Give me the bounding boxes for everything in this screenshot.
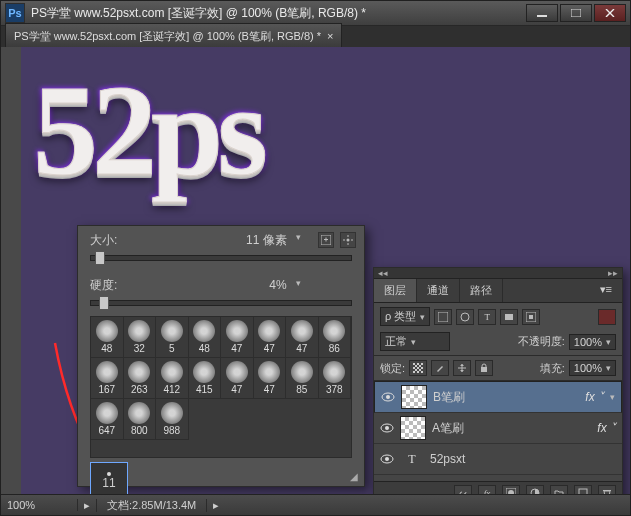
- brush-preset[interactable]: 5: [156, 317, 189, 358]
- layer-list[interactable]: B笔刷fx ˅A笔刷fx ˅T52psxt: [374, 381, 622, 481]
- brush-preset[interactable]: 85: [286, 358, 319, 399]
- brush-new-preset-icon[interactable]: [318, 232, 334, 248]
- blend-mode-select[interactable]: 正常: [380, 332, 450, 351]
- filter-toggle[interactable]: [598, 309, 616, 325]
- svg-rect-4: [326, 238, 327, 242]
- svg-rect-11: [413, 363, 423, 373]
- brush-preset[interactable]: 378: [319, 358, 352, 399]
- svg-rect-25: [603, 490, 611, 491]
- brush-preset[interactable]: 647: [91, 399, 124, 440]
- fill-label: 填充:: [540, 361, 565, 376]
- collapse-right-icon[interactable]: ▸▸: [608, 268, 618, 278]
- layer-thumbnail: [401, 385, 427, 409]
- brush-preset[interactable]: 167: [91, 358, 124, 399]
- brush-preset[interactable]: 47: [221, 358, 254, 399]
- brush-hardness-slider[interactable]: [90, 300, 352, 306]
- svg-rect-8: [505, 314, 513, 320]
- app-window: Ps PS学堂 www.52psxt.com [圣诞字效] @ 100% (B笔…: [0, 0, 631, 516]
- filter-pixel-icon[interactable]: [434, 309, 452, 325]
- brush-size-label: 大小:: [90, 232, 130, 249]
- title-text: PS学堂 www.52psxt.com [圣诞字效] @ 100% (B笔刷, …: [31, 5, 524, 22]
- panel-tabs: 图层 通道 路径 ▾≡: [374, 279, 622, 303]
- document-tab[interactable]: PS学堂 www.52psxt.com [圣诞字效] @ 100% (B笔刷, …: [5, 23, 342, 48]
- layer-row[interactable]: T52psxt: [374, 444, 622, 475]
- svg-rect-0: [537, 15, 547, 17]
- lock-transparent-icon[interactable]: [409, 360, 427, 376]
- filter-adjust-icon[interactable]: [456, 309, 474, 325]
- brush-size-slider[interactable]: [90, 255, 352, 261]
- brush-preset[interactable]: 47: [254, 358, 287, 399]
- opacity-value[interactable]: 100%: [569, 334, 616, 350]
- zoom-value[interactable]: 100%: [1, 499, 78, 511]
- layer-name: 52psxt: [430, 452, 465, 466]
- document-tab-label: PS学堂 www.52psxt.com [圣诞字效] @ 100% (B笔刷, …: [14, 29, 321, 44]
- brush-preset[interactable]: 263: [124, 358, 157, 399]
- zoom-menu-icon[interactable]: ▸: [78, 499, 97, 512]
- left-toolbar: [1, 47, 22, 495]
- visibility-eye-icon[interactable]: [380, 454, 394, 464]
- brush-preset[interactable]: 988: [156, 399, 189, 440]
- visibility-eye-icon[interactable]: [380, 423, 394, 433]
- brush-preset[interactable]: 48: [91, 317, 124, 358]
- layer-name: A笔刷: [432, 420, 464, 437]
- lock-all-icon[interactable]: [475, 360, 493, 376]
- close-tab-icon[interactable]: ×: [327, 30, 333, 42]
- svg-point-7: [461, 313, 469, 321]
- fx-badge[interactable]: fx ˅: [585, 390, 604, 404]
- brush-hardness-label: 硬度:: [90, 277, 130, 294]
- brush-preset[interactable]: 47: [221, 317, 254, 358]
- layers-panel: ◂◂ ▸▸ 图层 通道 路径 ▾≡ ρ 类型 T 正常 不透明度: 100%: [373, 267, 623, 505]
- maximize-button[interactable]: [560, 4, 592, 22]
- status-bar: 100% ▸ 文档:2.85M/13.4M ▸: [1, 494, 630, 515]
- doc-menu-icon[interactable]: ▸: [206, 499, 225, 512]
- layer-name: B笔刷: [433, 389, 465, 406]
- brush-preset[interactable]: 48: [189, 317, 222, 358]
- brush-preset[interactable]: 47: [254, 317, 287, 358]
- filter-shape-icon[interactable]: [500, 309, 518, 325]
- collapse-left-icon[interactable]: ◂◂: [378, 268, 388, 278]
- doc-size: 文档:2.85M/13.4M: [97, 498, 206, 513]
- filter-smart-icon[interactable]: [522, 309, 540, 325]
- lock-label: 锁定:: [380, 361, 405, 376]
- layer-row[interactable]: A笔刷fx ˅: [374, 413, 622, 444]
- brush-preset[interactable]: 412: [156, 358, 189, 399]
- brush-current-size: 11: [102, 476, 115, 490]
- tab-layers[interactable]: 图层: [374, 279, 417, 302]
- svg-point-16: [386, 395, 390, 399]
- layer-row[interactable]: B笔刷fx ˅: [374, 381, 622, 413]
- svg-point-20: [385, 457, 389, 461]
- brush-preset[interactable]: 47: [286, 317, 319, 358]
- close-button[interactable]: [594, 4, 626, 22]
- svg-rect-10: [529, 315, 533, 319]
- tab-channels[interactable]: 通道: [417, 279, 460, 302]
- brush-preset[interactable]: 86: [319, 317, 352, 358]
- panel-menu-icon[interactable]: ▾≡: [590, 279, 622, 302]
- tab-paths[interactable]: 路径: [460, 279, 503, 302]
- fx-badge[interactable]: fx ˅: [597, 421, 616, 435]
- visibility-eye-icon[interactable]: [381, 392, 395, 402]
- panel-collapse-strip[interactable]: ◂◂ ▸▸: [374, 268, 622, 279]
- svg-rect-1: [571, 9, 581, 17]
- svg-rect-14: [481, 367, 487, 372]
- lock-paint-icon[interactable]: [431, 360, 449, 376]
- layer-filter-kind[interactable]: ρ 类型: [380, 307, 430, 326]
- document-tab-bar: PS学堂 www.52psxt.com [圣诞字效] @ 100% (B笔刷, …: [1, 26, 630, 49]
- opacity-label: 不透明度:: [518, 334, 565, 349]
- canvas-text: 52ps: [33, 55, 262, 205]
- minimize-button[interactable]: [526, 4, 558, 22]
- brush-hardness-value[interactable]: 4%: [217, 278, 303, 292]
- resize-grip-icon[interactable]: ◢: [350, 471, 358, 482]
- brush-size-value[interactable]: 11 像素: [217, 232, 303, 249]
- brush-menu-icon[interactable]: [340, 232, 356, 248]
- brush-panel: 大小: 11 像素 硬度: 4% 48325484747478616726341…: [77, 225, 365, 487]
- brush-preset[interactable]: 415: [189, 358, 222, 399]
- brush-preset-grid[interactable]: 4832548474747861672634124154747853786478…: [90, 316, 352, 458]
- brush-preset[interactable]: 800: [124, 399, 157, 440]
- brush-preset[interactable]: 32: [124, 317, 157, 358]
- filter-text-icon[interactable]: T: [478, 309, 496, 325]
- app-icon: Ps: [5, 3, 25, 23]
- fill-value[interactable]: 100%: [569, 360, 616, 376]
- svg-rect-6: [438, 312, 448, 322]
- layer-thumbnail: [400, 416, 426, 440]
- lock-position-icon[interactable]: [453, 360, 471, 376]
